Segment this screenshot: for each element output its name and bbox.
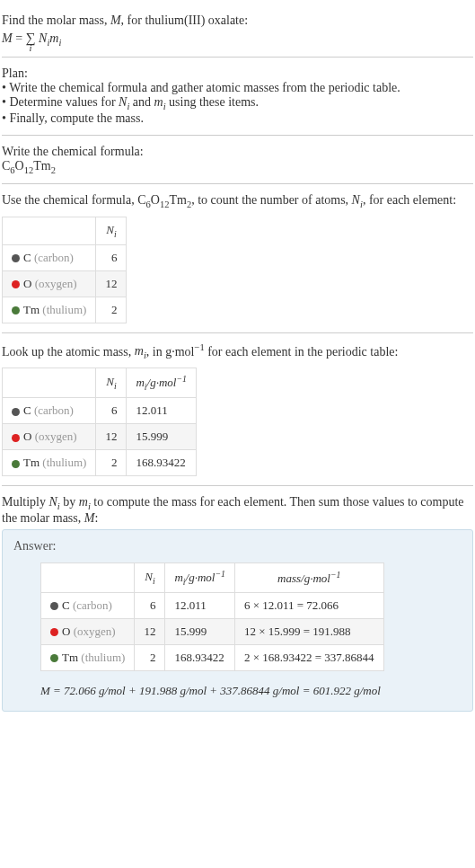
- element-cell: O (oxygen): [3, 270, 96, 297]
- intro-prefix: Find the molar mass,: [2, 13, 110, 27]
- plan-bullet-2: • Determine values for Ni and mi using t…: [2, 95, 473, 111]
- multiply-text: Multiply Ni by mi to compute the mass fo…: [2, 495, 473, 526]
- table-row: C (carbon) 6 12.011: [3, 398, 197, 424]
- count-text: Use the chemical formula, C6O12Tm2, to c…: [2, 193, 473, 209]
- plan-title: Plan:: [2, 66, 473, 81]
- masses-text: Look up the atomic mass, mi, in g·mol−1 …: [2, 342, 473, 360]
- formula-title: Write the chemical formula:: [2, 145, 473, 159]
- answer-label: Answer:: [13, 539, 462, 554]
- m-value: 15.999: [127, 424, 196, 450]
- answer-header-mi: mi/g·mol−1: [165, 562, 234, 592]
- sum-symbol: ∑i: [26, 30, 36, 46]
- element-cell: Tm (thulium): [3, 450, 96, 476]
- dot-icon: [12, 254, 20, 262]
- dot-icon: [50, 654, 58, 662]
- m-var: M: [84, 511, 95, 525]
- intro-text: Find the molar mass, M, for thulium(III)…: [2, 13, 473, 28]
- masses-header-blank: [3, 368, 96, 398]
- dot-icon: [12, 460, 20, 468]
- calc-value: 6 × 12.011 = 72.066: [234, 592, 383, 618]
- eq-lhs: M: [2, 31, 13, 45]
- plan-bullet-1: • Write the chemical formula and gather …: [2, 81, 473, 95]
- m-value: 168.93422: [165, 644, 234, 670]
- table-row: Tm (thulium) 2 168.93422 2 × 168.93422 =…: [41, 644, 384, 670]
- element-cell: O (oxygen): [3, 424, 96, 450]
- answer-header-mass: mass/g·mol−1: [234, 562, 383, 592]
- element-cell: C (carbon): [41, 592, 135, 618]
- mi-inline: mi: [135, 344, 146, 358]
- element-cell: O (oxygen): [41, 618, 135, 644]
- element-cell: C (carbon): [3, 244, 96, 270]
- dot-icon: [12, 408, 20, 416]
- table-row: Tm (thulium) 2 168.93422: [3, 450, 197, 476]
- intro-suffix: , for thulium(III) oxalate:: [121, 13, 249, 27]
- ni-inline: Ni: [352, 193, 363, 207]
- table-row: O (oxygen) 12: [3, 270, 127, 297]
- n-value: 2: [96, 450, 127, 476]
- dot-icon: [12, 280, 20, 288]
- dot-icon: [12, 306, 20, 314]
- count-value: 2: [96, 297, 127, 323]
- count-section: Use the chemical formula, C6O12Tm2, to c…: [2, 184, 473, 332]
- eq-mi: mi: [49, 31, 61, 45]
- final-equation: M = 72.066 g/mol + 191.988 g/mol + 337.8…: [40, 684, 462, 698]
- answer-box: Answer: Ni mi/g·mol−1 mass/g·mol−1 C (ca…: [2, 529, 473, 712]
- table-row: O (oxygen) 12 15.999 12 × 15.999 = 191.9…: [41, 618, 384, 644]
- final-equation-text: M = 72.066 g/mol + 191.988 g/mol + 337.8…: [40, 684, 381, 697]
- intro-var: M: [110, 13, 121, 27]
- calc-value: 12 × 15.999 = 191.988: [234, 618, 383, 644]
- element-cell: C (carbon): [3, 398, 96, 424]
- calc-value: 2 × 168.93422 = 337.86844: [234, 644, 383, 670]
- dot-icon: [12, 434, 20, 442]
- ni-var: Ni: [119, 95, 129, 109]
- count-value: 6: [96, 244, 127, 270]
- mi-var: mi: [154, 95, 166, 109]
- dot-icon: [50, 602, 58, 610]
- m-value: 12.011: [127, 398, 196, 424]
- chemical-formula: C6O12Tm2: [2, 159, 473, 175]
- answer-header-blank: [41, 562, 135, 592]
- n-value: 6: [96, 398, 127, 424]
- plan-section: Plan: • Write the chemical formula and g…: [2, 58, 473, 136]
- masses-header-ni: Ni: [96, 368, 127, 398]
- m-value: 15.999: [165, 618, 234, 644]
- n-value: 6: [135, 592, 165, 618]
- sum-index: i: [30, 42, 32, 53]
- masses-section: Look up the atomic mass, mi, in g·mol−1 …: [2, 333, 473, 486]
- count-value: 12: [96, 270, 127, 297]
- formula-inline: C6O12Tm2: [137, 193, 191, 207]
- ni-inline: Ni: [49, 495, 60, 509]
- n-value: 12: [96, 424, 127, 450]
- eq-equals: =: [15, 31, 25, 45]
- m-value: 168.93422: [127, 450, 196, 476]
- multiply-section: Multiply Ni by mi to compute the mass fo…: [2, 486, 473, 721]
- formula-section: Write the chemical formula: C6O12Tm2: [2, 136, 473, 185]
- dot-icon: [50, 628, 58, 636]
- n-value: 2: [135, 644, 165, 670]
- element-cell: Tm (thulium): [41, 644, 135, 670]
- table-row: O (oxygen) 12 15.999: [3, 424, 197, 450]
- masses-table: Ni mi/g·mol−1 C (carbon) 6 12.011 O (oxy…: [2, 368, 197, 476]
- mi-inline: mi: [79, 495, 91, 509]
- element-cell: Tm (thulium): [3, 297, 96, 323]
- count-table: Ni C (carbon) 6 O (oxygen) 12 Tm (thuliu…: [2, 217, 127, 323]
- table-row: C (carbon) 6: [3, 244, 127, 270]
- masses-header-mi: mi/g·mol−1: [127, 368, 196, 398]
- answer-header-ni: Ni: [135, 562, 165, 592]
- table-row: C (carbon) 6 12.011 6 × 12.011 = 72.066: [41, 592, 384, 618]
- n-value: 12: [135, 618, 165, 644]
- m-value: 12.011: [165, 592, 234, 618]
- eq-ni: Ni: [39, 31, 49, 45]
- intro-section: Find the molar mass, M, for thulium(III)…: [2, 4, 473, 58]
- intro-equation: M = ∑i Nimi: [2, 30, 473, 48]
- table-row: Tm (thulium) 2: [3, 297, 127, 323]
- answer-table: Ni mi/g·mol−1 mass/g·mol−1 C (carbon) 6 …: [40, 562, 384, 671]
- count-header-blank: [3, 217, 96, 245]
- plan-bullet-3: • Finally, compute the mass.: [2, 111, 473, 126]
- count-header-ni: Ni: [96, 217, 127, 245]
